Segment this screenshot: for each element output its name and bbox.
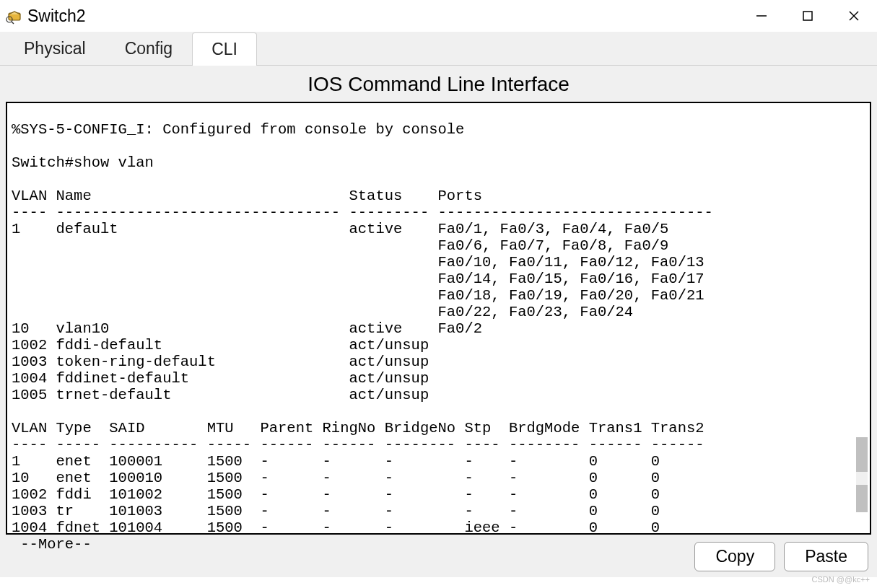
tab-config[interactable]: Config <box>105 32 192 65</box>
window-title: Switch2 <box>27 6 86 26</box>
tab-cli[interactable]: CLI <box>192 32 257 66</box>
app-window: Switch2 PhysicalConfigCLI IOS Command Li… <box>0 0 877 588</box>
watermark: CSDN @@kc++ <box>812 575 870 584</box>
app-icon <box>6 7 23 25</box>
cli-heading: IOS Command Line Interface <box>0 66 877 102</box>
tab-physical[interactable]: Physical <box>4 32 105 65</box>
scroll-thumb-lower[interactable] <box>856 485 868 512</box>
close-button[interactable] <box>831 0 877 32</box>
maximize-button[interactable] <box>785 0 831 32</box>
svg-rect-4 <box>803 12 812 20</box>
scroll-thumb-upper[interactable] <box>856 437 868 472</box>
scroll-nub[interactable] <box>856 472 868 485</box>
scrollbar[interactable] <box>855 105 868 531</box>
tab-bar: PhysicalConfigCLI <box>0 32 877 66</box>
cli-panel: IOS Command Line Interface %SYS-5-CONFIG… <box>0 66 877 577</box>
titlebar: Switch2 <box>0 0 877 32</box>
minimize-button[interactable] <box>738 0 785 32</box>
terminal-container: %SYS-5-CONFIG_I: Configured from console… <box>6 102 871 535</box>
svg-line-2 <box>12 22 14 24</box>
terminal-output[interactable]: %SYS-5-CONFIG_I: Configured from console… <box>12 121 865 553</box>
window-controls <box>738 0 877 32</box>
